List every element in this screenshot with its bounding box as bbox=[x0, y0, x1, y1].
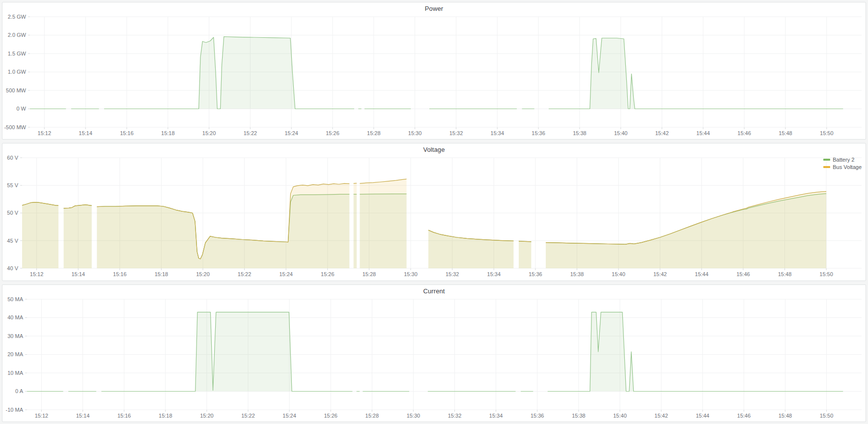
series-busvoltage-area bbox=[22, 179, 826, 269]
x-tick-label: 15:16 bbox=[120, 130, 134, 136]
x-tick-label: 15:18 bbox=[155, 271, 168, 277]
legend-item-battery-2[interactable]: Battery 2 bbox=[823, 157, 862, 163]
legend-label-battery-2: Battery 2 bbox=[833, 157, 854, 163]
x-tick-label: 15:28 bbox=[367, 130, 381, 136]
x-tick-label: 15:18 bbox=[161, 130, 175, 136]
x-tick-label: 15:14 bbox=[76, 413, 90, 419]
x-tick-label: 15:48 bbox=[779, 130, 792, 136]
x-tick-label: 15:24 bbox=[279, 271, 293, 277]
y-tick-label: -10 MA bbox=[6, 406, 24, 412]
x-tick-label: 15:42 bbox=[655, 130, 669, 136]
y-tick-label: -500 MW bbox=[4, 124, 26, 130]
x-tick-label: 15:24 bbox=[284, 130, 298, 136]
x-tick-label: 15:44 bbox=[695, 271, 709, 277]
x-tick-label: 15:28 bbox=[365, 413, 379, 419]
x-tick-label: 15:20 bbox=[200, 413, 214, 419]
legend-label-bus-voltage: Bus Voltage bbox=[833, 164, 862, 170]
x-tick-label: 15:26 bbox=[326, 130, 339, 136]
chart-svg: 50 MA40 MA30 MA20 MA10 MA0 A-10 MA15:121… bbox=[2, 297, 866, 422]
x-tick-label: 15:14 bbox=[79, 130, 92, 136]
x-tick-label: 15:18 bbox=[159, 413, 172, 419]
x-tick-label: 15:46 bbox=[737, 413, 751, 419]
x-tick-label: 15:30 bbox=[404, 271, 418, 277]
y-tick-label: 55 V bbox=[7, 182, 18, 188]
x-tick-label: 15:32 bbox=[448, 413, 462, 419]
y-tick-label: 0 A bbox=[15, 388, 24, 394]
y-tick-label: 20 MA bbox=[7, 351, 23, 357]
x-tick-label: 15:34 bbox=[487, 271, 501, 277]
x-tick-label: 15:36 bbox=[531, 413, 544, 419]
x-tick-label: 15:20 bbox=[196, 271, 210, 277]
panel-title-voltage[interactable]: Voltage bbox=[2, 143, 866, 156]
x-tick-label: 15:16 bbox=[113, 271, 127, 277]
y-tick-label: 45 V bbox=[7, 238, 18, 244]
panel-current: Current 50 MA40 MA30 MA20 MA10 MA0 A-10 … bbox=[2, 284, 866, 422]
x-tick-label: 15:24 bbox=[282, 413, 296, 419]
x-tick-label: 15:12 bbox=[38, 130, 52, 136]
series-power-line bbox=[30, 37, 843, 109]
x-tick-label: 15:30 bbox=[408, 130, 422, 136]
y-tick-label: 40 V bbox=[7, 265, 18, 271]
panel-title-power[interactable]: Power bbox=[2, 2, 866, 15]
x-tick-label: 15:40 bbox=[613, 413, 627, 419]
x-tick-label: 15:50 bbox=[820, 413, 834, 419]
grafana-dashboard: Power 2.5 GW2.0 GW1.5 GW1.0 GW500 MW0 W-… bbox=[0, 0, 868, 424]
x-tick-label: 15:16 bbox=[117, 413, 131, 419]
y-tick-label: 50 V bbox=[7, 210, 18, 216]
x-tick-label: 15:26 bbox=[321, 271, 335, 277]
y-tick-label: 1.0 GW bbox=[8, 69, 27, 75]
chart-svg: 60 V55 V50 V45 V40 V15:1215:1415:1615:18… bbox=[2, 156, 866, 280]
x-tick-label: 15:12 bbox=[35, 413, 49, 419]
panel-power: Power 2.5 GW2.0 GW1.5 GW1.0 GW500 MW0 W-… bbox=[2, 2, 866, 140]
chart-power[interactable]: 2.5 GW2.0 GW1.5 GW1.0 GW500 MW0 W-500 MW… bbox=[2, 15, 866, 139]
x-tick-label: 15:46 bbox=[737, 130, 751, 136]
x-tick-label: 15:44 bbox=[697, 130, 710, 136]
legend: Battery 2 Bus Voltage bbox=[823, 157, 862, 170]
y-tick-label: 500 MW bbox=[6, 87, 27, 93]
x-tick-label: 15:22 bbox=[241, 413, 255, 419]
chart-voltage[interactable]: Battery 2 Bus Voltage 60 V55 V50 V45 V40… bbox=[2, 156, 866, 280]
chart-current[interactable]: 50 MA40 MA30 MA20 MA10 MA0 A-10 MA15:121… bbox=[2, 297, 866, 422]
x-tick-label: 15:28 bbox=[363, 271, 376, 277]
x-tick-label: 15:26 bbox=[324, 413, 337, 419]
x-tick-label: 15:40 bbox=[614, 130, 628, 136]
y-tick-label: 60 V bbox=[7, 156, 18, 161]
legend-swatch-battery-2 bbox=[823, 159, 830, 161]
x-tick-label: 15:32 bbox=[449, 130, 463, 136]
y-tick-label: 40 MA bbox=[7, 314, 23, 320]
x-tick-label: 15:38 bbox=[570, 271, 584, 277]
series-current-area bbox=[27, 312, 843, 391]
legend-swatch-bus-voltage bbox=[823, 166, 830, 168]
panel-title-current[interactable]: Current bbox=[2, 285, 866, 297]
y-tick-label: 1.5 GW bbox=[8, 51, 27, 57]
x-tick-label: 15:50 bbox=[820, 130, 834, 136]
y-tick-label: 30 MA bbox=[7, 333, 23, 339]
x-tick-label: 15:42 bbox=[653, 271, 667, 277]
x-tick-label: 15:30 bbox=[407, 413, 420, 419]
chart-svg: 2.5 GW2.0 GW1.5 GW1.0 GW500 MW0 W-500 MW… bbox=[2, 15, 866, 139]
x-tick-label: 15:20 bbox=[202, 130, 216, 136]
x-tick-label: 15:50 bbox=[819, 271, 833, 277]
x-tick-label: 15:34 bbox=[489, 413, 503, 419]
x-tick-label: 15:44 bbox=[696, 413, 709, 419]
y-tick-label: 10 MA bbox=[7, 369, 23, 375]
x-tick-label: 15:48 bbox=[778, 271, 792, 277]
legend-item-bus-voltage[interactable]: Bus Voltage bbox=[823, 164, 862, 170]
x-tick-label: 15:48 bbox=[779, 413, 792, 419]
x-tick-label: 15:42 bbox=[654, 413, 668, 419]
y-tick-label: 2.5 GW bbox=[8, 15, 27, 20]
panel-voltage: Voltage Battery 2 Bus Voltage 60 V55 V50… bbox=[2, 143, 866, 281]
x-tick-label: 15:14 bbox=[71, 271, 85, 277]
y-tick-label: 50 MA bbox=[7, 297, 23, 302]
series-current-line bbox=[27, 312, 843, 391]
x-tick-label: 15:36 bbox=[529, 271, 542, 277]
x-tick-label: 15:34 bbox=[491, 130, 504, 136]
x-tick-label: 15:38 bbox=[573, 130, 587, 136]
series-power-area bbox=[30, 37, 843, 109]
x-tick-label: 15:32 bbox=[446, 271, 459, 277]
y-tick-label: 0 W bbox=[16, 106, 26, 112]
x-tick-label: 15:22 bbox=[238, 271, 252, 277]
x-tick-label: 15:38 bbox=[572, 413, 586, 419]
y-tick-label: 2.0 GW bbox=[8, 32, 27, 38]
x-tick-label: 15:46 bbox=[736, 271, 750, 277]
